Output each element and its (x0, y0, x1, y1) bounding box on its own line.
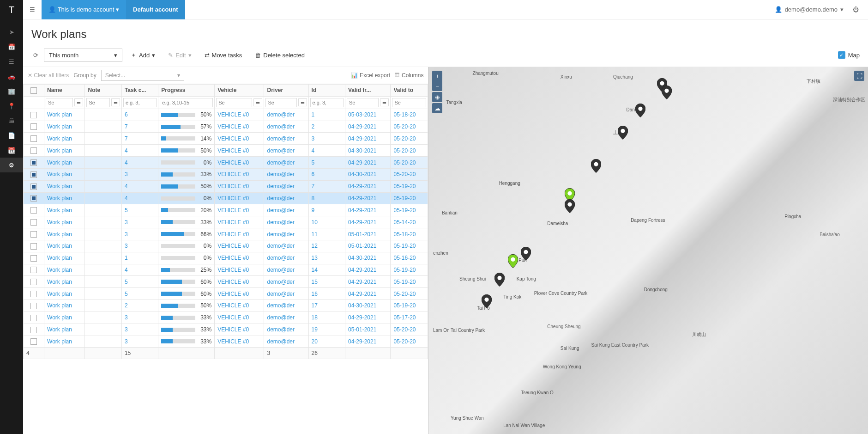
row-to[interactable]: 05-19-20 (391, 264, 428, 276)
row-name[interactable]: Work plan (44, 216, 85, 228)
row-driver[interactable]: demo@der (264, 276, 308, 288)
list-icon[interactable]: ☰ (253, 98, 262, 106)
row-taskc[interactable]: 4 (121, 264, 158, 276)
row-driver[interactable]: demo@der (264, 157, 308, 169)
table-row[interactable]: Work plan10%VEHICLE #0demo@der1304-30-20… (24, 252, 428, 264)
row-name[interactable]: Work plan (44, 264, 85, 276)
row-id[interactable]: 4 (308, 145, 345, 157)
row-vehicle[interactable]: VEHICLE #0 (215, 324, 264, 336)
row-checkbox[interactable] (30, 219, 37, 226)
nav-settings-icon[interactable]: ⚙ (0, 158, 23, 172)
row-name[interactable]: Work plan (44, 288, 85, 300)
row-taskc[interactable]: 5 (121, 276, 158, 288)
row-to[interactable]: 05-14-20 (391, 216, 428, 228)
row-taskc[interactable]: 7 (121, 133, 158, 145)
row-checkbox[interactable] (30, 123, 37, 130)
row-name[interactable]: Work plan (44, 276, 85, 288)
row-driver[interactable]: demo@der (264, 240, 308, 252)
row-from[interactable]: 04-30-2021 (345, 145, 391, 157)
col-taskc[interactable]: Task c... (121, 85, 158, 97)
nav-location-icon[interactable]: ➤ (0, 24, 23, 39)
row-name[interactable]: Work plan (44, 228, 85, 240)
account-switcher[interactable]: 👤 This is demo account ▾ (42, 0, 126, 19)
row-from[interactable]: 04-29-2021 (345, 276, 391, 288)
row-id[interactable]: 1 (308, 109, 345, 121)
row-name[interactable]: Work plan (44, 133, 85, 145)
row-checkbox[interactable] (30, 195, 37, 202)
row-id[interactable]: 5 (308, 157, 345, 169)
table-row[interactable]: Work plan333%VEHICLE #0demo@der2004-29-2… (24, 336, 428, 348)
row-taskc[interactable]: 2 (121, 300, 158, 312)
clear-filters-button[interactable]: ✕ Clear all filters (28, 72, 69, 79)
row-vehicle[interactable]: VEHICLE #0 (215, 133, 264, 145)
row-checkbox[interactable] (30, 159, 37, 166)
filter-vehicle[interactable] (216, 98, 252, 107)
row-id[interactable]: 17 (308, 300, 345, 312)
row-taskc[interactable]: 4 (121, 157, 158, 169)
row-name[interactable]: Work plan (44, 168, 85, 180)
brand-logo[interactable]: T (9, 5, 14, 15)
row-vehicle[interactable]: VEHICLE #0 (215, 168, 264, 180)
row-checkbox[interactable] (30, 112, 37, 118)
row-from[interactable]: 04-29-2021 (345, 121, 391, 133)
row-taskc[interactable]: 1 (121, 252, 158, 264)
row-vehicle[interactable]: VEHICLE #0 (215, 264, 264, 276)
table-row[interactable]: Work plan757%VEHICLE #0demo@der204-29-20… (24, 121, 428, 133)
col-driver[interactable]: Driver (264, 85, 308, 97)
row-checkbox[interactable] (30, 231, 37, 238)
table-row[interactable]: Work plan333%VEHICLE #0demo@der1905-01-2… (24, 324, 428, 336)
col-id[interactable]: Id (308, 85, 345, 97)
zoom-in-button[interactable]: + (432, 71, 442, 81)
default-account-button[interactable]: Default account (126, 0, 185, 19)
map-pin[interactable] (482, 294, 492, 308)
row-name[interactable]: Work plan (44, 252, 85, 264)
row-id[interactable]: 16 (308, 288, 345, 300)
row-checkbox[interactable] (30, 279, 37, 285)
row-id[interactable]: 11 (308, 228, 345, 240)
table-row[interactable]: Work plan450%VEHICLE #0demo@der404-30-20… (24, 145, 428, 157)
row-id[interactable]: 19 (308, 324, 345, 336)
row-to[interactable]: 05-19-20 (391, 300, 428, 312)
row-from[interactable]: 04-30-2021 (345, 168, 391, 180)
map-pin[interactable] (494, 273, 505, 287)
edit-button[interactable]: ✎ Edit ▾ (163, 49, 196, 61)
user-menu[interactable]: 👤 demo@demo.demo ▾ (770, 6, 848, 13)
row-vehicle[interactable]: VEHICLE #0 (215, 276, 264, 288)
row-driver[interactable]: demo@der (264, 204, 308, 216)
row-taskc[interactable]: 3 (121, 228, 158, 240)
row-to[interactable]: 05-19-20 (391, 192, 428, 204)
row-name[interactable]: Work plan (44, 121, 85, 133)
row-vehicle[interactable]: VEHICLE #0 (215, 192, 264, 204)
row-vehicle[interactable]: VEHICLE #0 (215, 240, 264, 252)
map-pin[interactable] (635, 104, 645, 117)
row-driver[interactable]: demo@der (264, 288, 308, 300)
map-pin[interactable] (662, 86, 672, 99)
list-icon[interactable]: ☰ (111, 98, 120, 106)
row-vehicle[interactable]: VEHICLE #0 (215, 145, 264, 157)
map-toggle[interactable]: ✓ Map (838, 51, 860, 59)
map-pin[interactable] (618, 126, 628, 140)
excel-export-button[interactable]: 📊 Excel export (351, 72, 390, 79)
filter-driver[interactable] (265, 98, 296, 107)
table-row[interactable]: Work plan560%VEHICLE #0demo@der1504-29-2… (24, 276, 428, 288)
table-row[interactable]: Work plan714%VEHICLE #0demo@der304-29-20… (24, 133, 428, 145)
row-from[interactable]: 05-03-2021 (345, 109, 391, 121)
row-name[interactable]: Work plan (44, 192, 85, 204)
row-vehicle[interactable]: VEHICLE #0 (215, 300, 264, 312)
add-button[interactable]: ＋ Add ▾ (126, 48, 160, 62)
row-checkbox[interactable] (30, 267, 37, 273)
row-from[interactable]: 04-29-2021 (345, 264, 391, 276)
row-to[interactable]: 05-20-20 (391, 157, 428, 169)
row-taskc[interactable]: 3 (121, 240, 158, 252)
row-name[interactable]: Work plan (44, 204, 85, 216)
row-from[interactable]: 04-29-2021 (345, 204, 391, 216)
row-to[interactable]: 05-17-20 (391, 312, 428, 324)
row-name[interactable]: Work plan (44, 324, 85, 336)
row-id[interactable]: 9 (308, 204, 345, 216)
row-vehicle[interactable]: VEHICLE #0 (215, 228, 264, 240)
row-taskc[interactable]: 4 (121, 192, 158, 204)
table-row[interactable]: Work plan40%VEHICLE #0demo@der804-29-202… (24, 192, 428, 204)
row-id[interactable]: 20 (308, 336, 345, 348)
row-from[interactable]: 04-30-2021 (345, 300, 391, 312)
row-to[interactable]: 05-19-20 (391, 180, 428, 192)
